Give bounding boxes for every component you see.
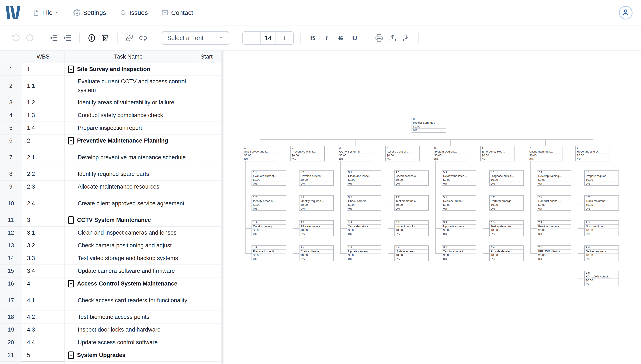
font-select-dropdown[interactable]: Select a Font (162, 31, 229, 45)
horizontal-scrollbar-thumb[interactable] (22, 360, 64, 362)
undo-button[interactable] (9, 31, 23, 45)
wbs-node-1.3[interactable]: 1.3Conduct safety …$0.000% (252, 220, 286, 236)
font-size-decrease-button[interactable]: − (243, 32, 260, 44)
wbs-node-3.1[interactable]: 3.1Clean and inspe…$0.000% (347, 170, 381, 186)
print-button[interactable] (372, 31, 386, 45)
font-size-increase-button[interactable]: + (276, 32, 293, 44)
task-name-cell[interactable]: System Upgrades (65, 349, 192, 362)
menu-item-file[interactable]: File (33, 9, 60, 16)
task-name-cell[interactable]: Identify required spare parts (65, 168, 192, 180)
wbs-node-8.4[interactable]: 8.4Deliver annual s…$0.000% (584, 246, 619, 261)
wbs-cell[interactable]: 1.1 (22, 76, 65, 96)
download-button[interactable] (399, 31, 413, 45)
collapse-toggle-icon[interactable] (68, 137, 74, 144)
start-cell[interactable] (192, 324, 221, 336)
user-avatar-button[interactable] (619, 6, 632, 20)
wbs-cell[interactable]: 3 (22, 214, 65, 226)
start-cell[interactable] (192, 134, 221, 147)
wbs-cell[interactable]: 1.2 (22, 96, 65, 109)
wbs-node-7[interactable]: 7Client Training a…$0.000% (528, 146, 562, 162)
collapse-toggle-icon[interactable] (68, 280, 74, 288)
start-cell[interactable] (192, 349, 221, 362)
wbs-node-3.3[interactable]: 3.3Test video stora…$0.000% (347, 220, 381, 236)
wbs-node-6.2[interactable]: 6.2Perform emerge…$0.000% (489, 195, 524, 211)
italic-button[interactable]: I (320, 31, 334, 45)
wbs-cell[interactable]: 4.4 (22, 336, 65, 349)
wbs-node-7.2[interactable]: 7.2Conduct onsite …$0.000% (537, 195, 571, 211)
wbs-cell[interactable]: 1 (22, 63, 65, 76)
start-cell[interactable] (192, 193, 221, 214)
wbs-node-2.1[interactable]: 2.1Develop prevent…$0.000% (299, 170, 334, 186)
column-header-start[interactable]: Start (192, 51, 221, 63)
task-name-cell[interactable]: Conduct safety compliance check (65, 109, 192, 122)
strikethrough-button[interactable]: S (334, 31, 348, 45)
wbs-node-8.3[interactable]: 8.3Document com…$0.000% (584, 220, 619, 236)
wbs-cell[interactable]: 4.1 (22, 290, 65, 310)
redo-button[interactable] (23, 31, 37, 45)
menu-item-settings[interactable]: Settings (73, 9, 106, 16)
start-cell[interactable] (192, 226, 221, 239)
add-task-button[interactable] (85, 31, 99, 45)
start-cell[interactable] (192, 290, 221, 310)
task-name-cell[interactable]: Update access control software (65, 336, 192, 349)
wbs-node-5[interactable]: 5System Upgrad…$0.000% (433, 146, 467, 162)
link-button[interactable] (123, 31, 136, 45)
wbs-node-3[interactable]: 3CCTV System M…$0.000% (338, 146, 372, 162)
wbs-cell[interactable]: 1.3 (22, 109, 65, 122)
menu-item-contact[interactable]: Contact (161, 9, 193, 16)
column-header-num[interactable] (0, 51, 22, 63)
collapse-toggle-icon[interactable] (68, 216, 74, 224)
wbs-node-7.4[interactable]: 7.4KPI: 95% client s…$0.000% (537, 246, 571, 261)
task-name-cell[interactable]: Site Survey and Inspection (65, 63, 192, 76)
wbs-node-4.1[interactable]: 4.1Check access c…$0.000% (394, 170, 429, 186)
wbs-node-8[interactable]: 8Reporting and D…$0.000% (575, 146, 610, 162)
wbs-node-7.3[interactable]: 7.3Provide user ma…$0.000% (537, 220, 571, 236)
wbs-cell[interactable]: 4.3 (22, 324, 65, 336)
start-cell[interactable] (192, 252, 221, 264)
wbs-cell[interactable]: 2.3 (22, 180, 65, 193)
indent-button[interactable] (61, 31, 74, 45)
task-name-cell[interactable]: Inspect door locks and hardware (65, 324, 192, 336)
task-name-cell[interactable]: Test video storage and backup systems (65, 252, 192, 264)
outdent-button[interactable] (47, 31, 61, 45)
wbs-node-3.2[interactable]: 3.2Check camera …$0.000% (347, 195, 381, 211)
wbs-node-2[interactable]: 2Preventive Maint…$0.000% (290, 146, 325, 162)
wbs-cell[interactable]: 3.2 (22, 239, 65, 252)
wbs-node-6.4[interactable]: 6.4Provide detailed…$0.000% (489, 246, 524, 261)
task-name-cell[interactable]: Check camera positioning and adjust (65, 239, 192, 252)
start-cell[interactable] (192, 147, 221, 168)
delete-task-button[interactable] (99, 31, 112, 45)
wbs-cell[interactable]: 3.1 (22, 226, 65, 239)
menu-item-issues[interactable]: Issues (120, 9, 148, 16)
wbs-node-8.5[interactable]: 8.5KPI: 100% compl…$0.000% (584, 271, 619, 286)
wbs-cell[interactable]: 2 (22, 134, 65, 147)
column-header-task-name[interactable]: Task Name (65, 51, 192, 63)
wbs-cell[interactable]: 3.4 (22, 265, 65, 277)
collapse-toggle-icon[interactable] (68, 352, 74, 359)
task-name-cell[interactable]: Identify areas of vulnerability or failu… (65, 96, 192, 109)
wbs-node-2.3[interactable]: 2.3Allocate mainte…$0.000% (299, 220, 334, 236)
wbs-cell[interactable]: 2.4 (22, 193, 65, 214)
start-cell[interactable] (192, 336, 221, 349)
wbs-node-7.1[interactable]: 7.1Develop training…$0.000% (537, 170, 571, 186)
wbs-node-0[interactable]: 0Project Summary$0.000% (412, 117, 446, 132)
wbs-node-2.4[interactable]: 2.4Create client-a…$0.000% (299, 246, 334, 261)
task-name-cell[interactable]: Prepare inspection report (65, 122, 192, 134)
wbs-node-5.3[interactable]: 5.3Upgrade access…$0.000% (442, 220, 476, 236)
wbs-node-8.2[interactable]: 8.2Track maintena…$0.000% (584, 195, 619, 211)
wbs-node-5.2[interactable]: 5.2Replace outdat…$0.000% (442, 195, 476, 211)
task-name-cell[interactable]: Allocate maintenance resources (65, 180, 192, 193)
start-cell[interactable] (192, 214, 221, 226)
task-name-cell[interactable]: Access Control System Maintenance (65, 278, 192, 290)
wbs-node-1.1[interactable]: 1.1Evaluate current…$0.000% (252, 170, 286, 186)
wbs-node-2.2[interactable]: 2.2Identify required…$0.000% (299, 195, 334, 211)
wbs-node-4.4[interactable]: 4.4Update access …$0.000% (394, 246, 429, 261)
task-name-cell[interactable]: Evaluate current CCTV and access control… (65, 76, 192, 96)
wbs-cell[interactable]: 2.2 (22, 168, 65, 180)
task-name-cell[interactable]: Update camera software and firmware (65, 265, 192, 277)
wbs-cell[interactable]: 2.1 (22, 147, 65, 168)
upload-button[interactable] (386, 31, 399, 45)
wbs-node-1.4[interactable]: 1.4Prepare inspecti…$0.000% (252, 246, 286, 261)
wbs-node-6.3[interactable]: 6.3Test system pos…$0.000% (489, 220, 524, 236)
task-name-cell[interactable]: Check access card readers for functional… (65, 290, 192, 310)
